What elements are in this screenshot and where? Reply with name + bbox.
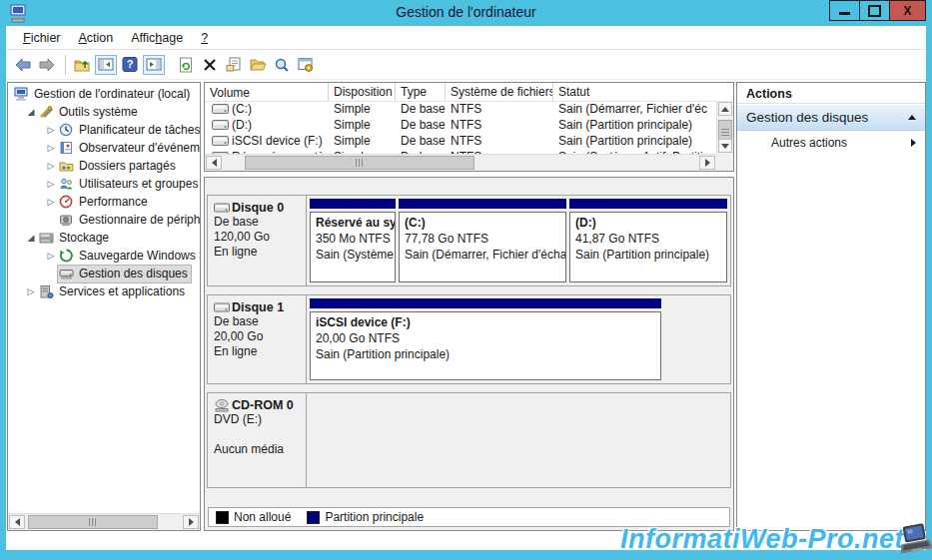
customize-icon[interactable] xyxy=(295,55,317,75)
tree-item-task-scheduler[interactable]: Planificateur de tâches xyxy=(8,121,200,139)
tree-item-storage[interactable]: Stockage xyxy=(8,229,200,247)
actions-item-more-actions[interactable]: Autres actions xyxy=(737,131,925,155)
tree-item-shared-folders[interactable]: Dossiers partagés xyxy=(8,157,200,175)
disk-row-0: Disque 0 De base 120,00 Go En ligne Rése… xyxy=(207,195,731,286)
performance-icon xyxy=(59,195,75,210)
help-icon[interactable]: ? xyxy=(119,55,141,75)
toolbar-separator xyxy=(65,55,66,75)
expander-collapsed-icon[interactable] xyxy=(44,161,58,171)
tree-item-services-applications[interactable]: Services et applications xyxy=(8,282,200,300)
partition-iscsi-f[interactable]: iSCSI device (F:) 20,00 Go NTFS Sain (Pa… xyxy=(310,298,661,380)
scroll-up-icon[interactable] xyxy=(718,102,732,116)
partition-color-bar xyxy=(399,199,566,209)
cdrom-label[interactable]: CD-ROM 0 DVD (E:) Aucun média xyxy=(207,392,307,488)
actions-group-disk-management[interactable]: Gestion des disques xyxy=(737,104,925,131)
close-button[interactable]: X xyxy=(889,0,926,21)
scroll-right-icon[interactable] xyxy=(183,515,199,529)
disk0-label[interactable]: Disque 0 De base 120,00 Go En ligne xyxy=(207,195,307,286)
expander-collapsed-icon[interactable] xyxy=(24,286,38,296)
console-tree: Gestion de l'ordinateur (local) Outils s… xyxy=(8,85,200,513)
properties-icon[interactable] xyxy=(223,55,245,75)
forward-icon[interactable] xyxy=(36,55,58,75)
tree-item-disk-management[interactable]: Gestion des disques xyxy=(8,265,200,282)
column-header-volume[interactable]: Volume xyxy=(205,83,329,101)
window-title: Gestion de l'ordinateur xyxy=(0,4,932,20)
tree-item-system-tools[interactable]: Outils système xyxy=(8,103,200,121)
scroll-right-icon[interactable] xyxy=(699,156,715,170)
volume-icon xyxy=(212,135,229,147)
scrollbar-thumb[interactable] xyxy=(245,156,474,170)
partition-color-bar xyxy=(569,199,727,209)
menu-bar: Fichier Action Affichage ? xyxy=(6,26,926,50)
volume-vertical-scrollbar[interactable] xyxy=(716,101,733,154)
scrollbar-corner xyxy=(716,154,733,171)
open-icon[interactable] xyxy=(247,55,269,75)
menu-item-affichage[interactable]: Affichage xyxy=(122,29,192,47)
expander-collapsed-icon[interactable] xyxy=(44,179,58,189)
disk0-partitions: Réservé au sy 350 Mo NTFS Sain (Système … xyxy=(307,195,731,286)
tree-item-windows-server-backup[interactable]: Sauvegarde Windows S xyxy=(8,247,200,265)
expander-expanded-icon[interactable] xyxy=(24,107,38,117)
expander-collapsed-icon[interactable] xyxy=(44,143,58,153)
scroll-left-icon[interactable] xyxy=(206,156,222,170)
unallocated-swatch xyxy=(216,511,229,524)
maximize-icon xyxy=(868,5,881,17)
tree-horizontal-scrollbar[interactable] xyxy=(8,513,200,530)
tree-item-performance[interactable]: Performance xyxy=(8,193,200,211)
column-header-type[interactable]: Type xyxy=(396,83,446,101)
cdrom-media-area[interactable] xyxy=(307,392,731,488)
app-body: Fichier Action Affichage ? ? xyxy=(6,26,926,550)
partition-system-reserved[interactable]: Réservé au sy 350 Mo NTFS Sain (Système xyxy=(310,199,396,282)
show-console-tree-icon[interactable] xyxy=(95,55,117,75)
tree-item-local-users-groups[interactable]: Utilisateurs et groupes l xyxy=(8,175,200,193)
up-one-level-icon[interactable] xyxy=(71,55,93,75)
storage-icon xyxy=(39,231,55,246)
show-action-pane-icon[interactable] xyxy=(143,55,165,75)
expander-collapsed-icon[interactable] xyxy=(44,251,58,261)
partition-d[interactable]: (D:) 41,87 Go NTFS Sain (Partition princ… xyxy=(569,199,727,282)
computer-icon xyxy=(14,87,30,102)
users-groups-icon xyxy=(59,177,75,192)
tree-item-computer-management[interactable]: Gestion de l'ordinateur (local) xyxy=(8,85,200,103)
disk-icon xyxy=(214,301,230,313)
minimize-button[interactable] xyxy=(829,0,860,21)
windows-backup-icon xyxy=(59,249,75,264)
column-header-filesystem[interactable]: Système de fichiers xyxy=(446,83,553,101)
scroll-down-icon[interactable] xyxy=(718,139,732,153)
actions-panel: Actions Gestion des disques Autres actio… xyxy=(736,82,926,531)
column-header-statut[interactable]: Statut xyxy=(553,83,733,101)
collapse-icon[interactable] xyxy=(908,115,916,120)
delete-icon[interactable] xyxy=(199,55,221,75)
scrollbar-thumb[interactable] xyxy=(28,515,158,529)
expander-collapsed-icon[interactable] xyxy=(44,125,58,135)
expander-collapsed-icon[interactable] xyxy=(44,197,58,207)
expander-expanded-icon[interactable] xyxy=(24,233,38,243)
watermark-text: InformatiWeb-Pro.net xyxy=(620,524,904,555)
volume-icon xyxy=(212,119,229,131)
scroll-left-icon[interactable] xyxy=(9,515,25,529)
maximize-button[interactable] xyxy=(859,0,890,21)
column-header-disposition[interactable]: Disposition xyxy=(329,83,396,101)
legend-item-primary-partition: Partition principale xyxy=(307,510,424,524)
menu-item-help[interactable]: ? xyxy=(192,29,217,47)
submenu-arrow-icon xyxy=(911,139,916,147)
menu-item-action[interactable]: Action xyxy=(70,29,123,47)
back-icon[interactable] xyxy=(12,55,34,75)
volume-row-c[interactable]: (C:) Simple De base NTFS Sain (Démarrer,… xyxy=(205,101,716,117)
volume-horizontal-scrollbar[interactable] xyxy=(205,154,716,171)
partition-c[interactable]: (C:) 77,78 Go NTFS Sain (Démarrer, Fichi… xyxy=(399,199,566,282)
volume-list-header: Volume Disposition Type Système de fichi… xyxy=(205,83,733,102)
primary-partition-swatch xyxy=(307,511,320,524)
volume-row-iscsi[interactable]: iSCSI device (F:) Simple De base NTFS Sa… xyxy=(205,133,716,149)
laptop-icon xyxy=(896,523,932,560)
actions-header: Actions xyxy=(737,83,925,104)
find-icon[interactable] xyxy=(271,55,293,75)
tree-item-device-manager[interactable]: Gestionnaire de périphé xyxy=(8,211,200,229)
menu-item-fichier[interactable]: Fichier xyxy=(14,29,70,47)
volume-row-d[interactable]: (D:) Simple De base NTFS Sain (Partition… xyxy=(205,117,716,133)
tree-item-event-viewer[interactable]: Observateur d'événeme xyxy=(8,139,200,157)
disk1-label[interactable]: Disque 1 De base 20,00 Go En ligne xyxy=(207,294,307,384)
event-viewer-icon xyxy=(59,141,75,156)
console-tree-panel: Gestion de l'ordinateur (local) Outils s… xyxy=(7,82,201,531)
refresh-icon[interactable] xyxy=(175,55,197,75)
